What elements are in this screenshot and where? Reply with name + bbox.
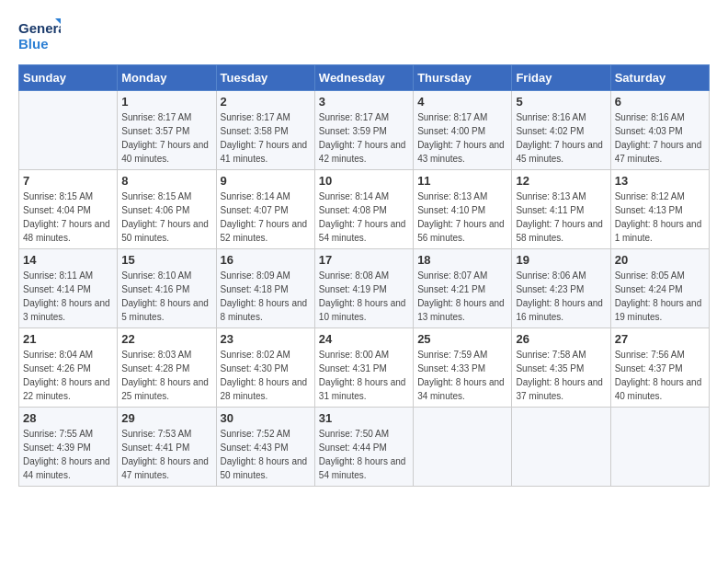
calendar-header-row: SundayMondayTuesdayWednesdayThursdayFrid…	[19, 65, 710, 91]
day-number: 18	[417, 253, 507, 267]
day-number: 1	[121, 95, 211, 109]
calendar-cell: 12 Sunrise: 8:13 AMSunset: 4:11 PMDaylig…	[512, 170, 610, 249]
calendar-cell: 4 Sunrise: 8:17 AMSunset: 4:00 PMDayligh…	[414, 91, 512, 170]
day-number: 13	[615, 174, 705, 188]
day-info: Sunrise: 7:50 AMSunset: 4:44 PMDaylight:…	[319, 427, 409, 482]
week-row-4: 21 Sunrise: 8:04 AMSunset: 4:26 PMDaylig…	[19, 328, 710, 408]
header: General Blue	[18, 18, 710, 55]
day-info: Sunrise: 7:53 AMSunset: 4:41 PMDaylight:…	[121, 427, 211, 482]
day-number: 31	[319, 411, 409, 425]
header-thursday: Thursday	[414, 65, 512, 91]
day-number: 24	[319, 332, 409, 346]
day-info: Sunrise: 8:09 AMSunset: 4:18 PMDaylight:…	[221, 269, 311, 324]
week-row-2: 7 Sunrise: 8:15 AMSunset: 4:04 PMDayligh…	[19, 170, 710, 249]
calendar-cell: 17 Sunrise: 8:08 AMSunset: 4:19 PMDaylig…	[314, 249, 413, 328]
day-number: 27	[615, 332, 705, 346]
svg-text:Blue: Blue	[18, 36, 49, 52]
day-number: 14	[23, 253, 113, 267]
logo-svg: General Blue	[18, 18, 61, 55]
day-number: 3	[319, 95, 409, 109]
day-number: 11	[417, 174, 507, 188]
day-info: Sunrise: 7:55 AMSunset: 4:39 PMDaylight:…	[23, 427, 113, 482]
day-info: Sunrise: 8:13 AMSunset: 4:11 PMDaylight:…	[516, 190, 606, 245]
day-info: Sunrise: 7:58 AMSunset: 4:35 PMDaylight:…	[516, 348, 606, 403]
day-number: 17	[319, 253, 409, 267]
day-info: Sunrise: 8:17 AMSunset: 3:59 PMDaylight:…	[319, 110, 409, 166]
calendar-table: SundayMondayTuesdayWednesdayThursdayFrid…	[18, 64, 710, 487]
calendar-cell: 20 Sunrise: 8:05 AMSunset: 4:24 PMDaylig…	[610, 249, 709, 328]
day-number: 16	[221, 253, 311, 267]
day-info: Sunrise: 8:08 AMSunset: 4:19 PMDaylight:…	[319, 269, 409, 324]
calendar-cell: 28 Sunrise: 7:55 AMSunset: 4:39 PMDaylig…	[19, 408, 118, 487]
day-number: 30	[221, 411, 311, 425]
calendar-cell: 18 Sunrise: 8:07 AMSunset: 4:21 PMDaylig…	[414, 249, 512, 328]
day-number: 23	[221, 332, 311, 346]
day-number: 12	[516, 174, 606, 188]
day-info: Sunrise: 8:11 AMSunset: 4:14 PMDaylight:…	[23, 269, 113, 324]
day-info: Sunrise: 8:14 AMSunset: 4:07 PMDaylight:…	[221, 190, 311, 245]
calendar-cell: 19 Sunrise: 8:06 AMSunset: 4:23 PMDaylig…	[512, 249, 610, 328]
calendar-cell	[512, 408, 610, 487]
calendar-cell	[414, 408, 512, 487]
day-info: Sunrise: 8:15 AMSunset: 4:04 PMDaylight:…	[23, 190, 113, 245]
header-monday: Monday	[118, 65, 216, 91]
day-number: 4	[417, 95, 507, 109]
calendar-cell: 24 Sunrise: 8:00 AMSunset: 4:31 PMDaylig…	[314, 328, 413, 408]
week-row-5: 28 Sunrise: 7:55 AMSunset: 4:39 PMDaylig…	[19, 408, 710, 487]
week-row-1: 1 Sunrise: 8:17 AMSunset: 3:57 PMDayligh…	[19, 91, 710, 170]
day-info: Sunrise: 8:04 AMSunset: 4:26 PMDaylight:…	[23, 348, 113, 403]
calendar-cell: 3 Sunrise: 8:17 AMSunset: 3:59 PMDayligh…	[314, 91, 413, 170]
calendar-cell: 27 Sunrise: 7:56 AMSunset: 4:37 PMDaylig…	[610, 328, 709, 408]
day-number: 15	[121, 253, 211, 267]
day-number: 25	[417, 332, 507, 346]
day-number: 2	[221, 95, 311, 109]
day-info: Sunrise: 8:10 AMSunset: 4:16 PMDaylight:…	[121, 269, 211, 324]
calendar-cell: 31 Sunrise: 7:50 AMSunset: 4:44 PMDaylig…	[314, 408, 413, 487]
day-info: Sunrise: 8:02 AMSunset: 4:30 PMDaylight:…	[221, 348, 311, 403]
day-number: 29	[121, 411, 211, 425]
calendar-cell: 29 Sunrise: 7:53 AMSunset: 4:41 PMDaylig…	[118, 408, 216, 487]
day-info: Sunrise: 8:17 AMSunset: 3:57 PMDaylight:…	[121, 110, 211, 166]
day-info: Sunrise: 8:00 AMSunset: 4:31 PMDaylight:…	[319, 348, 409, 403]
day-number: 28	[23, 411, 113, 425]
calendar-cell: 9 Sunrise: 8:14 AMSunset: 4:07 PMDayligh…	[216, 170, 314, 249]
header-wednesday: Wednesday	[314, 65, 413, 91]
day-number: 9	[221, 174, 311, 188]
calendar-cell: 11 Sunrise: 8:13 AMSunset: 4:10 PMDaylig…	[414, 170, 512, 249]
day-info: Sunrise: 8:07 AMSunset: 4:21 PMDaylight:…	[417, 269, 507, 324]
calendar-cell: 1 Sunrise: 8:17 AMSunset: 3:57 PMDayligh…	[118, 91, 216, 170]
day-info: Sunrise: 8:06 AMSunset: 4:23 PMDaylight:…	[516, 269, 606, 324]
day-number: 6	[615, 95, 705, 109]
day-number: 26	[516, 332, 606, 346]
day-info: Sunrise: 7:52 AMSunset: 4:43 PMDaylight:…	[221, 427, 311, 482]
day-number: 8	[121, 174, 211, 188]
header-tuesday: Tuesday	[216, 65, 314, 91]
day-number: 19	[516, 253, 606, 267]
calendar-cell: 15 Sunrise: 8:10 AMSunset: 4:16 PMDaylig…	[118, 249, 216, 328]
day-info: Sunrise: 8:05 AMSunset: 4:24 PMDaylight:…	[615, 269, 705, 324]
day-info: Sunrise: 8:12 AMSunset: 4:13 PMDaylight:…	[615, 190, 705, 245]
day-info: Sunrise: 8:15 AMSunset: 4:06 PMDaylight:…	[121, 190, 211, 245]
day-info: Sunrise: 8:14 AMSunset: 4:08 PMDaylight:…	[319, 190, 409, 245]
calendar-cell: 13 Sunrise: 8:12 AMSunset: 4:13 PMDaylig…	[610, 170, 709, 249]
calendar-cell: 16 Sunrise: 8:09 AMSunset: 4:18 PMDaylig…	[216, 249, 314, 328]
calendar-cell: 8 Sunrise: 8:15 AMSunset: 4:06 PMDayligh…	[118, 170, 216, 249]
calendar-cell	[610, 408, 709, 487]
day-number: 20	[615, 253, 705, 267]
day-info: Sunrise: 8:16 AMSunset: 4:03 PMDaylight:…	[615, 110, 705, 166]
calendar-cell: 22 Sunrise: 8:03 AMSunset: 4:28 PMDaylig…	[118, 328, 216, 408]
calendar-cell: 26 Sunrise: 7:58 AMSunset: 4:35 PMDaylig…	[512, 328, 610, 408]
calendar-cell: 30 Sunrise: 7:52 AMSunset: 4:43 PMDaylig…	[216, 408, 314, 487]
day-info: Sunrise: 8:13 AMSunset: 4:10 PMDaylight:…	[417, 190, 507, 245]
calendar-cell	[19, 91, 118, 170]
day-number: 22	[121, 332, 211, 346]
calendar-cell: 7 Sunrise: 8:15 AMSunset: 4:04 PMDayligh…	[19, 170, 118, 249]
day-info: Sunrise: 7:56 AMSunset: 4:37 PMDaylight:…	[615, 348, 705, 403]
day-info: Sunrise: 8:17 AMSunset: 4:00 PMDaylight:…	[417, 110, 507, 166]
calendar-cell: 6 Sunrise: 8:16 AMSunset: 4:03 PMDayligh…	[610, 91, 709, 170]
header-friday: Friday	[512, 65, 610, 91]
calendar-cell: 10 Sunrise: 8:14 AMSunset: 4:08 PMDaylig…	[314, 170, 413, 249]
logo: General Blue	[18, 18, 61, 55]
header-sunday: Sunday	[19, 65, 118, 91]
day-info: Sunrise: 8:17 AMSunset: 3:58 PMDaylight:…	[221, 110, 311, 166]
